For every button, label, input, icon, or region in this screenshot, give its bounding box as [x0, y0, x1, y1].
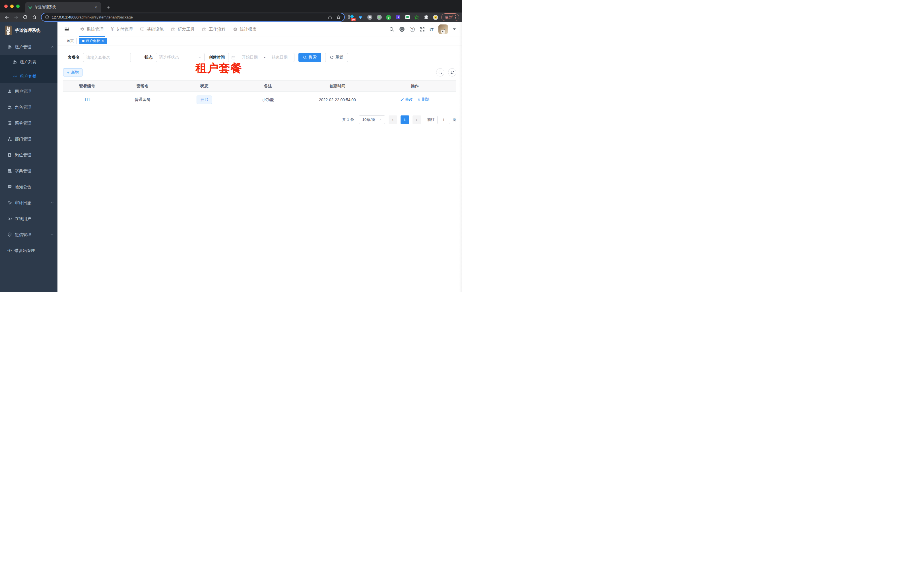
address-bar[interactable]: 127.0.0.1:48080/admin-ui/system/tenant/p…	[41, 13, 344, 21]
sidebar-item-tenant-list[interactable]: 租户列表	[0, 55, 58, 69]
bookmark-star-icon[interactable]	[336, 15, 341, 20]
package-name-input-wrap	[83, 53, 131, 62]
sidebar-collapse-icon[interactable]	[61, 22, 73, 37]
ext-y-icon[interactable]: y	[386, 15, 391, 20]
prev-page-button[interactable]: ‹	[389, 115, 397, 124]
window-minimize-button[interactable]	[10, 5, 14, 8]
active-dot	[82, 40, 84, 42]
delete-link[interactable]: 删除	[417, 97, 429, 102]
sidebar-item-user-management[interactable]: 用户管理	[0, 83, 58, 99]
col-header-actions: 操作	[373, 84, 456, 89]
sidebar-item-online-users[interactable]: 在线用户	[0, 211, 58, 227]
share-icon[interactable]	[328, 15, 332, 20]
col-header-id: 套餐编号	[63, 84, 111, 89]
sidebar-item-dict-management[interactable]: 字典管理	[0, 163, 58, 179]
ext-star-icon[interactable]	[414, 15, 420, 20]
logo-image	[5, 26, 12, 35]
search-icon[interactable]	[389, 27, 394, 32]
sidebar-item-error-code[interactable]: </> 错误码管理	[0, 242, 58, 258]
tag-close-icon[interactable]: ×	[102, 39, 104, 43]
status-label: 状态	[145, 55, 152, 60]
briefcase-icon	[202, 27, 206, 31]
ext-puzzle-icon[interactable]	[423, 15, 429, 20]
sidebar-item-post-management[interactable]: 岗位管理	[0, 147, 58, 163]
ext-tab-manager-icon[interactable]: 10	[348, 15, 354, 20]
sidebar-item-notice[interactable]: 通知公告	[0, 179, 58, 195]
sidebar-item-sms-management[interactable]: 短信管理	[0, 227, 58, 242]
sidebar-item-dept-management[interactable]: 部门管理	[0, 131, 58, 147]
home-button[interactable]	[30, 13, 38, 21]
extensions-area: 10 ⌘ y	[348, 15, 438, 20]
search-button[interactable]: 搜索	[299, 53, 321, 62]
new-tab-button[interactable]	[104, 3, 112, 11]
goto-page-input[interactable]	[437, 116, 450, 124]
github-icon[interactable]	[399, 26, 405, 32]
app-header: 系统管理 ¥ 支付管理 基础设施 研发工具	[58, 22, 462, 37]
table-header-row: 套餐编号 套餐名 状态 备注 创建时间 操作	[63, 81, 456, 92]
header-actions: ? tT	[389, 25, 456, 34]
cell-status: 开启	[174, 95, 235, 104]
tab-close-icon[interactable]: ×	[93, 5, 99, 10]
edit-log-icon	[7, 201, 12, 205]
tag-tenant-package[interactable]: 租户套餐 ×	[79, 38, 107, 44]
reload-button[interactable]	[21, 13, 29, 21]
create-time-label: 创建时间	[209, 55, 225, 60]
topnav-dev-tools[interactable]: 研发工具	[171, 22, 195, 37]
add-button[interactable]: + 新增	[63, 68, 82, 76]
fullscreen-icon[interactable]	[420, 27, 425, 32]
browser-update-button[interactable]: 更新	[441, 13, 459, 21]
lashes-icon	[13, 74, 17, 79]
main-column: 系统管理 ¥ 支付管理 基础设施 研发工具	[58, 22, 462, 292]
sidebar-item-menu-management[interactable]: 菜单管理	[0, 115, 58, 131]
col-header-remark: 备注	[235, 84, 302, 89]
topnav-reports[interactable]: 统计报表	[233, 22, 257, 37]
code-icon: </>	[7, 248, 12, 252]
date-start-placeholder[interactable]: 开始日期	[238, 55, 261, 60]
reset-button[interactable]: 重置	[325, 53, 348, 62]
ext-chat-icon[interactable]	[404, 15, 410, 20]
browser-menu-icon[interactable]	[455, 15, 456, 19]
refresh-table-button[interactable]	[448, 68, 456, 76]
ext-gem-icon[interactable]	[358, 15, 363, 20]
dashboard-icon	[233, 27, 238, 31]
page-size-select[interactable]: 10条/页	[359, 115, 385, 124]
calendar-icon	[231, 56, 236, 60]
edit-link[interactable]: 修改	[400, 97, 413, 102]
browser-window: 芋道管理系统 × 127.0.0.1:48080/admin-ui/system…	[0, 0, 462, 292]
sidebar-item-tenant-package[interactable]: 租户套餐	[0, 69, 58, 83]
next-page-button[interactable]: ›	[412, 115, 421, 124]
hide-search-button[interactable]	[436, 68, 444, 76]
sidebar-item-role-management[interactable]: 角色管理	[0, 99, 58, 115]
cell-remark: 小功能	[235, 97, 302, 102]
page-number-button[interactable]: 1	[401, 115, 409, 124]
update-label: 更新	[445, 15, 453, 20]
browser-tab[interactable]: 芋道管理系统 ×	[25, 2, 101, 13]
window-zoom-button[interactable]	[16, 5, 20, 8]
font-size-icon[interactable]: tT	[429, 27, 434, 32]
package-name-input[interactable]	[86, 55, 128, 60]
sidebar-item-tenant-management[interactable]: 租户管理	[0, 39, 58, 55]
filter-form: 套餐名 状态 请选择状态 创建时间	[63, 53, 456, 62]
ext-command-icon[interactable]: ⌘	[367, 15, 373, 20]
tree-list-icon	[7, 121, 12, 125]
select-caret-icon	[198, 56, 201, 59]
avatar-caret-down-icon[interactable]	[453, 28, 456, 30]
window-close-button[interactable]	[4, 5, 8, 8]
sidebar-item-audit-log[interactable]: 审计日志	[0, 195, 58, 211]
cell-created: 2022-02-22 00:54:00	[301, 97, 373, 102]
back-button[interactable]	[3, 13, 11, 21]
user-avatar[interactable]	[438, 25, 448, 34]
date-end-placeholder[interactable]: 结束日期	[268, 55, 291, 60]
topnav-payment[interactable]: ¥ 支付管理	[111, 22, 132, 37]
topnav-infrastructure[interactable]: 基础设施	[140, 22, 163, 37]
topnav-workflow[interactable]: 工作流程	[202, 22, 226, 37]
help-icon[interactable]: ?	[410, 27, 415, 32]
forward-button[interactable]	[12, 13, 20, 21]
ext-dot-icon[interactable]	[376, 15, 382, 20]
ext-shield-icon[interactable]	[395, 15, 401, 20]
tag-home[interactable]: 首页	[64, 38, 76, 44]
site-info-icon[interactable]	[45, 15, 49, 19]
ext-smiley-icon[interactable]	[433, 15, 438, 20]
topnav-system[interactable]: 系统管理	[80, 22, 104, 37]
briefcase-icon	[171, 27, 175, 31]
